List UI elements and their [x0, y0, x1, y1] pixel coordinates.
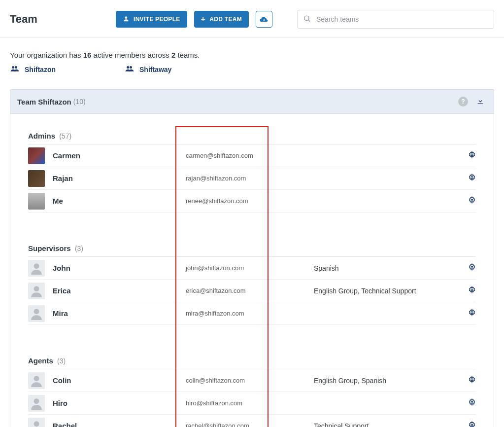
- panel-count: (10): [73, 98, 86, 106]
- table-row[interactable]: Erica erica@shiftazon.com English Group,…: [28, 280, 476, 302]
- gear-icon[interactable]: [468, 421, 476, 427]
- gear-icon[interactable]: [468, 398, 476, 406]
- member-email: hiro@shiftazon.com: [186, 399, 314, 407]
- gear-icon[interactable]: [468, 309, 476, 317]
- avatar: [28, 395, 45, 412]
- member-email: rachel@shiftazon.com: [186, 422, 314, 427]
- member-tags: Technical Support: [314, 422, 456, 427]
- table-row[interactable]: Mira mira@shiftazon.com: [28, 302, 476, 325]
- avatar: [28, 260, 45, 277]
- add-team-button[interactable]: + ADD TEAM: [194, 11, 249, 28]
- gear-icon[interactable]: [468, 174, 476, 181]
- search-input[interactable]: [297, 10, 494, 29]
- member-name: Mira: [53, 309, 68, 318]
- member-email: colin@shiftazon.com: [186, 377, 314, 384]
- avatar: [28, 283, 45, 299]
- table-row[interactable]: Rajan rajan@shiftazon.com: [28, 167, 476, 190]
- svg-point-21: [471, 424, 473, 426]
- cloud-download-icon: [260, 15, 269, 24]
- gear-icon[interactable]: [468, 286, 476, 294]
- plus-icon: +: [201, 15, 206, 23]
- member-email: erica@shiftazon.com: [186, 287, 314, 294]
- gear-icon[interactable]: [468, 376, 476, 384]
- table-row[interactable]: Carmen carmen@shiftazon.com: [28, 144, 476, 167]
- svg-point-7: [471, 154, 473, 156]
- team-icon: [125, 65, 134, 73]
- gear-icon[interactable]: [468, 151, 476, 159]
- svg-line-2: [308, 20, 310, 22]
- member-name: Hiro: [53, 399, 67, 407]
- panel-title: Team Shiftazon: [17, 98, 71, 106]
- svg-point-18: [34, 398, 39, 404]
- svg-point-14: [34, 309, 39, 314]
- gear-icon[interactable]: [468, 263, 476, 271]
- member-email: carmen@shiftazon.com: [186, 152, 314, 159]
- svg-point-1: [304, 16, 309, 20]
- add-team-label: ADD TEAM: [209, 16, 242, 23]
- svg-point-20: [34, 421, 39, 427]
- section-title-agents: Agents (3): [28, 352, 476, 369]
- svg-point-3: [12, 66, 14, 69]
- svg-point-10: [34, 263, 39, 269]
- page-title: Team: [10, 13, 37, 26]
- member-name: Rajan: [53, 174, 73, 182]
- invite-people-button[interactable]: INVITE PEOPLE: [116, 11, 187, 28]
- svg-point-11: [471, 266, 473, 268]
- gear-icon[interactable]: [468, 196, 476, 204]
- svg-point-12: [34, 286, 39, 291]
- svg-point-5: [127, 66, 129, 69]
- team-link-label: Shiftaway: [139, 66, 171, 73]
- invite-people-label: INVITE PEOPLE: [134, 16, 180, 23]
- avatar: [28, 305, 45, 322]
- member-email: john@shiftazon.com: [186, 264, 314, 272]
- avatar: [28, 147, 45, 164]
- member-name: Me: [53, 197, 63, 205]
- member-email: mira@shiftazon.com: [186, 310, 314, 317]
- svg-point-16: [34, 376, 39, 381]
- member-name: Colin: [53, 376, 71, 385]
- table-row[interactable]: John john@shiftazon.com Spanish: [28, 257, 476, 280]
- member-email: renee@shiftazon.com: [186, 197, 314, 205]
- help-icon[interactable]: ?: [458, 97, 468, 107]
- avatar: [28, 193, 45, 210]
- section-title-admins: Admins (57): [28, 127, 476, 144]
- team-link-shiftazon[interactable]: Shiftazon: [10, 65, 56, 73]
- team-link-label: Shiftazon: [25, 66, 56, 73]
- table-row[interactable]: Colin colin@shiftazon.com English Group,…: [28, 369, 476, 392]
- svg-point-8: [471, 177, 473, 178]
- svg-point-17: [471, 379, 473, 381]
- member-name: Carmen: [53, 151, 80, 160]
- member-name: John: [53, 264, 70, 272]
- member-tags: English Group, Spanish: [314, 377, 456, 385]
- table-row[interactable]: Me renee@shiftazon.com: [28, 190, 476, 213]
- avatar: [28, 170, 45, 187]
- person-icon: [123, 15, 130, 24]
- table-row[interactable]: Hiro hiro@shiftazon.com: [28, 392, 476, 415]
- member-tags: English Group, Technical Support: [314, 287, 456, 295]
- avatar: [28, 418, 45, 427]
- search-icon: [303, 15, 311, 24]
- team-link-shiftaway[interactable]: Shiftaway: [125, 65, 171, 73]
- org-summary: Your organization has 16 active members …: [0, 38, 504, 65]
- member-name: Rachel: [53, 422, 77, 427]
- member-name: Erica: [53, 286, 71, 295]
- svg-point-4: [15, 66, 17, 69]
- svg-point-6: [130, 66, 132, 69]
- section-title-supervisors: Supervisors (3): [28, 239, 476, 257]
- svg-point-13: [471, 289, 473, 291]
- table-row[interactable]: Rachel rachel@shiftazon.com Technical Su…: [28, 415, 476, 427]
- member-tags: Spanish: [314, 264, 456, 272]
- svg-point-15: [471, 312, 473, 314]
- team-icon: [10, 65, 20, 73]
- svg-point-9: [471, 199, 473, 201]
- svg-point-0: [125, 16, 128, 19]
- member-email: rajan@shiftazon.com: [186, 175, 314, 182]
- svg-point-19: [471, 401, 473, 403]
- avatar: [28, 372, 45, 389]
- download-icon[interactable]: [476, 97, 485, 107]
- cloud-download-button[interactable]: [256, 11, 272, 28]
